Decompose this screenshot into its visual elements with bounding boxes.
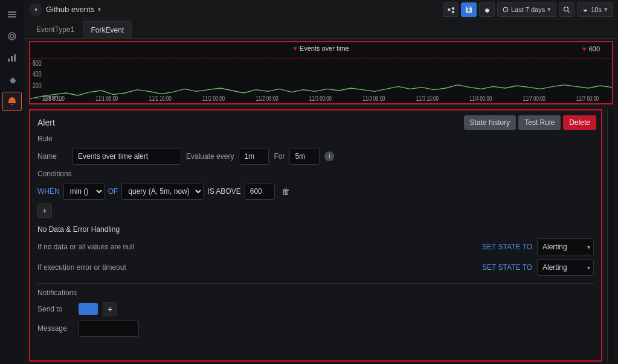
- svg-rect-2: [8, 16, 16, 18]
- svg-text:11/1 16:00: 11/1 16:00: [149, 95, 172, 102]
- sidebar: [0, 0, 24, 364]
- svg-rect-0: [8, 11, 16, 13]
- svg-rect-5: [8, 59, 10, 62]
- is-above-label: IS ABOVE: [207, 187, 240, 196]
- alert-name-input[interactable]: [72, 148, 181, 165]
- notif-add-button[interactable]: +: [103, 302, 117, 316]
- evaluate-every-input[interactable]: [239, 148, 269, 165]
- sidebar-item-layers[interactable]: [2, 27, 22, 46]
- topbar-left: Github events ▾: [29, 3, 101, 16]
- sidebar-item-menu[interactable]: [2, 5, 22, 24]
- nodata-state-select-2[interactable]: Alerting No Data Keep State OK: [537, 259, 594, 276]
- notifications-section: Notifications Send to + Message: [37, 283, 594, 337]
- rule-section-title: Rule: [37, 135, 594, 143]
- nodata-set-state-1-label: SET STATE TO: [482, 243, 532, 251]
- nodata-row-2: If execution error or timeout SET STATE …: [37, 259, 594, 276]
- nodata-state-select-1[interactable]: Alerting No Data Keep State OK: [537, 238, 594, 255]
- nodata-state-select-2-wrapper: Alerting No Data Keep State OK: [537, 259, 594, 276]
- for-input[interactable]: [289, 148, 320, 165]
- alert-panel: Alert State history Test Rule Delete Rul…: [29, 109, 602, 362]
- sidebar-item-alerts[interactable]: [2, 92, 22, 111]
- query-select[interactable]: query (A, 5m, now): [121, 183, 204, 200]
- svg-text:11/3 08:00: 11/3 08:00: [362, 95, 385, 102]
- chart-svg: 600 400 200 11/1 00:00 11/1 08:00 11/1 1…: [30, 54, 612, 103]
- chart-legend-label: count_: [43, 94, 62, 101]
- nodata-section: No Data & Error Handling If no data or a…: [37, 225, 594, 276]
- settings-button[interactable]: [479, 2, 495, 17]
- function-select[interactable]: min () max () avg () sum (): [63, 183, 105, 200]
- chart-value-badge: ♥ 600: [582, 45, 600, 53]
- content-area: Alert State history Test Rule Delete Rul…: [24, 107, 618, 364]
- nodata-row2-text: If execution error or timeout: [37, 263, 477, 272]
- conditions-section-title: Conditions: [37, 170, 594, 178]
- for-label: For: [274, 152, 285, 161]
- right-panel: [607, 109, 613, 362]
- chart-heart-icon: ♥: [293, 45, 297, 52]
- svg-text:11/7 00:00: 11/7 00:00: [523, 95, 546, 102]
- svg-text:400: 400: [33, 70, 42, 78]
- notif-send-to-row: Send to +: [37, 302, 594, 316]
- nodata-row-1: If no data or all values are null SET ST…: [37, 238, 594, 255]
- search-button[interactable]: [559, 2, 575, 17]
- svg-text:11/4 00:00: 11/4 00:00: [469, 95, 492, 102]
- time-range-arrow: ▾: [547, 5, 551, 13]
- threshold-input[interactable]: [245, 183, 275, 200]
- send-to-tag: [79, 303, 98, 315]
- state-history-button[interactable]: State history: [464, 115, 517, 130]
- chart-legend: — count_: [35, 94, 62, 101]
- evaluate-every-label: Evaluate every: [186, 152, 234, 161]
- dashboard-title-arrow[interactable]: ▾: [98, 6, 101, 13]
- chart-value: 600: [589, 45, 600, 53]
- svg-text:11/2 08:00: 11/2 08:00: [256, 95, 278, 102]
- nodata-set-state-2-label: SET STATE TO: [482, 263, 532, 272]
- interval-button[interactable]: 10s ▾: [577, 2, 613, 17]
- message-label: Message: [37, 324, 74, 333]
- chart-title: Events over time: [300, 45, 349, 52]
- tab-forkevent[interactable]: ForkEvent: [83, 21, 132, 38]
- add-condition-button[interactable]: +: [37, 203, 52, 218]
- svg-text:11/1 08:00: 11/1 08:00: [95, 95, 118, 102]
- info-icon[interactable]: i: [324, 152, 334, 161]
- save-button[interactable]: [461, 2, 477, 17]
- svg-text:11/2 00:00: 11/2 00:00: [202, 95, 225, 102]
- svg-text:200: 200: [33, 81, 42, 90]
- nodata-row1-text: If no data or all values are null: [37, 243, 477, 251]
- topbar: Github events ▾: [24, 0, 618, 19]
- sidebar-item-settings[interactable]: [2, 70, 22, 89]
- back-button[interactable]: [29, 3, 42, 16]
- svg-point-4: [10, 34, 14, 38]
- svg-text:11/7 08:00: 11/7 08:00: [576, 95, 599, 102]
- tab-bar: EventType1 ForkEvent: [24, 19, 618, 39]
- notif-message-row: Message: [37, 320, 594, 337]
- test-rule-button[interactable]: Test Rule: [518, 115, 561, 130]
- condition-delete-icon[interactable]: 🗑: [278, 184, 293, 199]
- notifications-title: Notifications: [37, 283, 594, 297]
- conditions-section: Conditions WHEN min () max () avg () sum…: [37, 170, 594, 218]
- delete-button[interactable]: Delete: [563, 115, 596, 130]
- svg-point-3: [8, 33, 16, 40]
- share-button[interactable]: [443, 2, 459, 17]
- sidebar-item-chart[interactable]: [2, 48, 22, 68]
- svg-text:11/3 00:00: 11/3 00:00: [309, 95, 332, 102]
- interval-arrow: ▾: [604, 5, 608, 13]
- time-range-button[interactable]: Last 7 days ▾: [497, 2, 556, 17]
- chart-title-bar: ♥ Events over time: [293, 45, 349, 52]
- svg-text:600: 600: [33, 59, 42, 67]
- svg-point-9: [564, 7, 568, 11]
- dashboard-title: Github events: [46, 5, 94, 14]
- svg-rect-1: [8, 14, 16, 15]
- rule-name-row: Name Evaluate every For i: [37, 148, 594, 165]
- svg-rect-7: [14, 54, 16, 62]
- chart-panel: ♥ Events over time ♥ 600 600 400 200 11/…: [29, 41, 613, 104]
- time-range-label: Last 7 days: [511, 6, 545, 13]
- topbar-right: Last 7 days ▾ 10s ▾: [443, 2, 613, 17]
- message-input[interactable]: [79, 320, 139, 337]
- name-field-label: Name: [37, 152, 68, 161]
- main-content: Github events ▾: [24, 0, 618, 364]
- alert-panel-buttons: State history Test Rule Delete: [464, 115, 596, 130]
- svg-text:11/3 16:00: 11/3 16:00: [416, 95, 439, 102]
- nodata-section-title: No Data & Error Handling: [37, 225, 594, 234]
- tab-eventtype1[interactable]: EventType1: [29, 21, 82, 38]
- nodata-state-select-1-wrapper: Alerting No Data Keep State OK: [537, 238, 594, 255]
- when-label: WHEN: [37, 187, 60, 196]
